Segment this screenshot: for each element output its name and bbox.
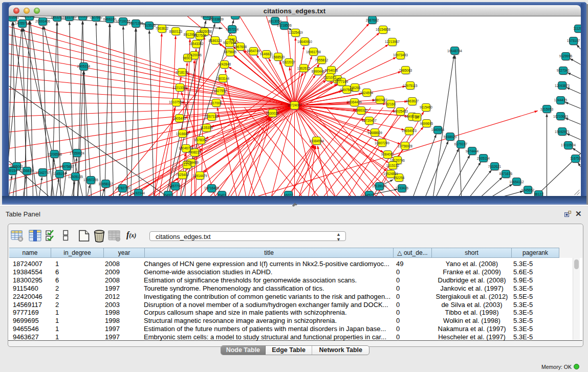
svg-text:12505135: 12505135 (68, 175, 83, 179)
svg-text:18807249: 18807249 (375, 141, 389, 145)
svg-text:9474444: 9474444 (465, 149, 478, 153)
svg-text:7955812: 7955812 (315, 58, 328, 62)
svg-text:3498222: 3498222 (188, 150, 201, 154)
svg-text:3624554: 3624554 (360, 91, 373, 95)
svg-text:10025433: 10025433 (393, 110, 408, 113)
svg-text:1575107: 1575107 (567, 39, 580, 42)
svg-text:84: 84 (415, 116, 419, 119)
svg-text:1916682: 1916682 (176, 132, 189, 136)
svg-text:12093873: 12093873 (555, 84, 570, 87)
svg-text:9129996: 9129996 (559, 54, 572, 58)
svg-text:16648784: 16648784 (447, 49, 462, 53)
svg-text:7663822: 7663822 (155, 27, 168, 30)
svg-text:1905493: 1905493 (172, 117, 186, 120)
svg-text:17359924: 17359924 (70, 151, 84, 155)
svg-text:1362615: 1362615 (297, 67, 310, 70)
svg-text:8678352: 8678352 (194, 138, 207, 142)
svg-text:9245652: 9245652 (521, 188, 534, 192)
svg-text:12342757: 12342757 (35, 171, 50, 174)
svg-text:12213389: 12213389 (172, 86, 187, 90)
svg-text:2087682: 2087682 (365, 18, 379, 22)
svg-text:94521: 94521 (364, 193, 374, 196)
svg-text:2967608: 2967608 (233, 45, 247, 49)
svg-text:116753: 116753 (570, 157, 580, 160)
svg-text:2803144: 2803144 (216, 77, 229, 80)
svg-text:1733426: 1733426 (395, 186, 408, 190)
svg-text:7357224: 7357224 (225, 28, 238, 31)
svg-text:70411: 70411 (217, 193, 226, 196)
svg-text:19218506: 19218506 (277, 24, 292, 27)
svg-text:1527602: 1527602 (89, 16, 102, 19)
svg-text:10107552: 10107552 (169, 100, 184, 104)
svg-text:10958117: 10958117 (98, 182, 113, 186)
svg-text:8186323: 8186323 (208, 39, 222, 42)
svg-text:16210643: 16210643 (553, 115, 568, 118)
svg-text:17957255: 17957255 (83, 178, 98, 182)
svg-text:3215953: 3215953 (540, 107, 553, 111)
svg-text:9131706: 9131706 (62, 16, 76, 19)
svg-text:16914479: 16914479 (192, 174, 207, 178)
svg-text:15226058: 15226058 (197, 30, 212, 33)
svg-text:1274: 1274 (183, 163, 191, 166)
svg-text:11325419: 11325419 (288, 31, 303, 34)
svg-text:16543362: 16543362 (189, 42, 204, 46)
svg-text:9327508: 9327508 (223, 41, 236, 45)
svg-text:16961758: 16961758 (306, 50, 321, 54)
svg-text:20691406: 20691406 (35, 19, 50, 23)
svg-text:908141: 908141 (24, 16, 35, 18)
svg-text:746266: 746266 (349, 86, 360, 90)
svg-text:1135359: 1135359 (200, 126, 213, 129)
svg-text:2530021: 2530021 (266, 112, 279, 115)
svg-text:7625402: 7625402 (176, 173, 189, 177)
svg-text:19384554: 19384554 (309, 139, 324, 143)
svg-text:6179197: 6179197 (454, 142, 467, 146)
svg-text:957224: 957224 (229, 16, 241, 17)
svg-text:164921: 164921 (162, 193, 173, 196)
svg-text:9463627: 9463627 (405, 99, 419, 103)
svg-text:12975115: 12975115 (403, 84, 418, 87)
svg-text:10807487: 10807487 (373, 98, 387, 102)
svg-text:6466160: 6466160 (103, 17, 116, 21)
svg-text:1192344: 1192344 (132, 191, 145, 195)
svg-text:14055714: 14055714 (15, 21, 30, 25)
svg-text:16782759: 16782759 (115, 186, 130, 190)
svg-text:8813054: 8813054 (268, 19, 281, 23)
svg-text:9699695: 9699695 (420, 122, 433, 125)
svg-text:16120746: 16120746 (390, 159, 405, 162)
svg-text:2905334: 2905334 (77, 64, 90, 68)
svg-text:19975887: 19975887 (59, 165, 74, 168)
svg-text:1156819: 1156819 (20, 169, 33, 172)
svg-text:1640954: 1640954 (431, 128, 444, 132)
svg-text:7485063: 7485063 (399, 69, 412, 72)
svg-text:20364436: 20364436 (347, 100, 362, 104)
svg-text:19756928: 19756928 (398, 144, 412, 148)
svg-text:8471676: 8471676 (499, 172, 512, 176)
svg-text:9084067: 9084067 (381, 152, 394, 156)
svg-text:7632621: 7632621 (488, 165, 501, 168)
svg-text:1615152: 1615152 (386, 164, 399, 167)
svg-text:8660123: 8660123 (169, 30, 182, 33)
svg-text:15692971: 15692971 (555, 130, 570, 134)
svg-text:16139141: 16139141 (372, 184, 387, 188)
svg-text:1244415: 1244415 (554, 98, 567, 102)
svg-text:6794028: 6794028 (324, 69, 338, 72)
svg-text:19524851: 19524851 (383, 172, 398, 176)
svg-text:1203561: 1203561 (9, 16, 19, 19)
svg-text:111208: 111208 (573, 27, 581, 30)
svg-text:16033809: 16033809 (209, 17, 224, 21)
svg-text:9242848: 9242848 (217, 62, 231, 66)
svg-text:10653267: 10653267 (75, 16, 90, 18)
svg-text:10688609: 10688609 (367, 131, 382, 135)
svg-text:6322037: 6322037 (282, 60, 295, 64)
svg-text:19654923: 19654923 (402, 129, 417, 133)
svg-text:9327506: 9327506 (193, 34, 206, 37)
svg-text:1853267: 1853267 (50, 16, 63, 19)
svg-text:3875685: 3875685 (223, 50, 236, 54)
svg-text:16640910: 16640910 (297, 40, 312, 43)
svg-text:16154808: 16154808 (376, 28, 390, 31)
svg-text:39154: 39154 (9, 169, 17, 172)
svg-text:8454749: 8454749 (247, 49, 260, 53)
svg-text:16671355: 16671355 (128, 21, 143, 25)
svg-text:15720407: 15720407 (362, 119, 377, 122)
svg-text:1588520: 1588520 (271, 55, 285, 59)
